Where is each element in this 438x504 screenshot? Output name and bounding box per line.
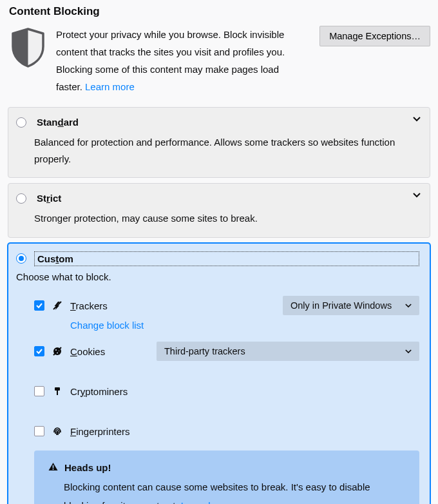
option-card-custom[interactable]: Custom Choose what to block. Trackers	[8, 243, 430, 505]
svg-rect-8	[53, 465, 54, 469]
heads-up-title: Heads up!	[64, 462, 111, 473]
checkbox-cryptominers[interactable]	[34, 386, 44, 396]
chevron-down-icon[interactable]	[413, 114, 421, 124]
option-desc-strict: Stronger protection, may cause some site…	[34, 210, 419, 227]
section-title: Content Blocking	[9, 5, 430, 18]
option-title-custom: Custom	[34, 251, 419, 266]
option-title-strict: Strict	[34, 191, 64, 205]
svg-point-2	[55, 349, 57, 351]
svg-rect-7	[57, 390, 58, 395]
option-desc-standard: Balanced for protection and performance.…	[34, 134, 419, 167]
manage-exceptions-button[interactable]: Manage Exceptions…	[319, 26, 430, 46]
checkbox-trackers[interactable]	[34, 300, 44, 311]
row-fingerprinters: Fingerprinters	[34, 421, 419, 441]
label-cookies: Cookies	[70, 346, 105, 357]
label-trackers: Trackers	[70, 300, 108, 311]
chevron-down-icon[interactable]	[413, 190, 421, 200]
cryptominers-icon	[52, 386, 62, 396]
checkbox-fingerprinters[interactable]	[34, 426, 44, 436]
chevron-down-icon	[405, 302, 412, 309]
checkbox-cookies[interactable]	[34, 346, 44, 356]
warning-icon	[48, 462, 58, 473]
cookies-icon	[52, 346, 62, 356]
row-cookies: Cookies Third-party trackers	[34, 341, 419, 362]
row-cryptominers: Cryptominers	[34, 381, 419, 402]
heads-up-note: Heads up! Blocking content can cause som…	[34, 451, 419, 504]
intro-text: Protect your privacy while you browse. B…	[56, 26, 304, 95]
label-cryptominers: Cryptominers	[70, 386, 128, 397]
learn-more-link[interactable]: Learn more	[85, 81, 135, 92]
option-card-standard[interactable]: Standard Balanced for protection and per…	[8, 107, 430, 178]
trackers-icon	[52, 300, 62, 311]
option-title-standard: Standard	[34, 115, 81, 129]
row-trackers: Trackers Only in Private Windows	[34, 295, 419, 316]
label-fingerprinters: Fingerprinters	[70, 426, 130, 437]
radio-custom[interactable]	[16, 253, 26, 264]
radio-standard[interactable]	[16, 117, 26, 128]
option-card-strict[interactable]: Strict Stronger protection, may cause so…	[8, 183, 430, 238]
option-desc-custom: Choose what to block.	[16, 269, 419, 286]
svg-rect-9	[53, 469, 54, 470]
radio-strict[interactable]	[16, 193, 26, 204]
select-cookies[interactable]: Third-party trackers	[157, 342, 419, 361]
chevron-down-icon	[405, 347, 412, 355]
select-trackers[interactable]: Only in Private Windows	[283, 296, 419, 315]
learn-how-link[interactable]: Learn how	[181, 500, 226, 505]
change-block-list-link[interactable]: Change block list	[70, 320, 144, 331]
fingerprinters-icon	[52, 426, 62, 436]
shield-icon	[10, 27, 46, 68]
